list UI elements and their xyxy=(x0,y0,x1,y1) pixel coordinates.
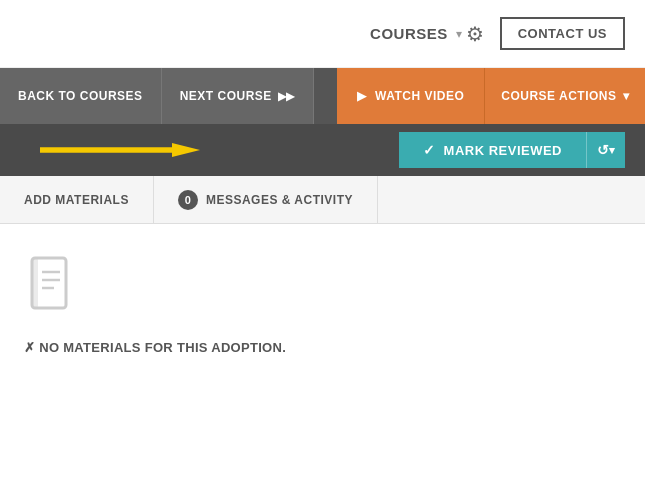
back-to-courses-button[interactable]: BACK TO COURSES xyxy=(0,68,162,124)
mark-reviewed-check-icon: ✓ xyxy=(423,142,436,158)
next-course-label: NEXT COURSE xyxy=(180,89,272,103)
mark-reviewed-bar: ✓ MARK REVIEWED ↺ ▾ xyxy=(0,124,645,176)
tabs-row: ADD MATERIALS 0 MESSAGES & ACTIVITY xyxy=(0,176,645,224)
mark-reviewed-button[interactable]: ✓ MARK REVIEWED xyxy=(399,132,586,168)
mark-reviewed-dropdown: ✓ MARK REVIEWED ↺ ▾ xyxy=(399,132,625,168)
book-icon xyxy=(24,254,621,326)
no-materials-text: NO MATERIALS FOR THIS ADOPTION. xyxy=(39,340,286,355)
no-materials-label: ✗ NO MATERIALS FOR THIS ADOPTION. xyxy=(24,338,621,356)
courses-dropdown-arrow[interactable]: ▾ xyxy=(456,27,462,41)
yellow-arrow xyxy=(40,143,200,157)
course-actions-label: COURSE ACTIONS xyxy=(501,89,616,103)
course-actions-button[interactable]: COURSE ACTIONS ▾ xyxy=(485,68,645,124)
video-icon: ▶ xyxy=(357,89,367,103)
reset-icon: ↺ xyxy=(597,142,609,158)
course-actions-dropdown-arrow: ▾ xyxy=(623,89,630,103)
next-course-button[interactable]: NEXT COURSE ▶▶ xyxy=(162,68,314,124)
top-nav: COURSES ▾ ⚙ CONTACT US xyxy=(0,0,645,68)
main-content: ✗ NO MATERIALS FOR THIS ADOPTION. xyxy=(0,224,645,386)
watch-video-button[interactable]: ▶ WATCH VIDEO xyxy=(337,68,485,124)
watch-video-label: WATCH VIDEO xyxy=(375,89,464,103)
reset-dropdown-arrow: ▾ xyxy=(609,144,615,157)
tab-add-materials-label: ADD MATERIALS xyxy=(24,193,129,207)
mark-reviewed-label: MARK REVIEWED xyxy=(444,143,562,158)
contact-us-button[interactable]: CONTACT US xyxy=(500,17,625,50)
action-bar: BACK TO COURSES NEXT COURSE ▶▶ ▶ WATCH V… xyxy=(0,68,645,124)
courses-link[interactable]: COURSES xyxy=(370,25,448,42)
arrow-shape xyxy=(40,143,200,157)
tab-messages-label: MESSAGES & ACTIVITY xyxy=(206,193,353,207)
svg-rect-1 xyxy=(32,258,38,308)
gear-icon[interactable]: ⚙ xyxy=(466,22,484,46)
next-course-icon: ▶▶ xyxy=(278,90,295,103)
tab-add-materials[interactable]: ADD MATERIALS xyxy=(0,176,154,223)
tab-messages-activity[interactable]: 0 MESSAGES & ACTIVITY xyxy=(154,176,378,223)
yellow-arrow-container xyxy=(20,130,280,170)
reset-button[interactable]: ↺ ▾ xyxy=(586,132,625,168)
messages-badge: 0 xyxy=(178,190,198,210)
